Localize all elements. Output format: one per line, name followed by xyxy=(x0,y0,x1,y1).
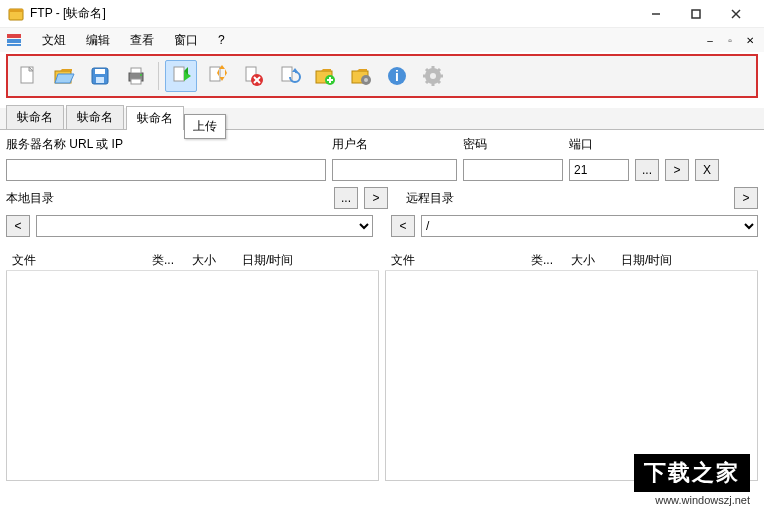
delete-button[interactable] xyxy=(237,60,269,92)
svg-rect-3 xyxy=(692,10,700,18)
password-label: 密码 xyxy=(463,136,563,153)
watermark: 下载之家 www.windowszj.net xyxy=(634,454,750,506)
svg-rect-7 xyxy=(7,39,21,43)
local-list-body[interactable] xyxy=(6,271,379,481)
svg-rect-19 xyxy=(131,79,141,84)
col-size[interactable]: 大小 xyxy=(186,252,236,269)
svg-text:i: i xyxy=(395,68,399,84)
folder-settings-button[interactable] xyxy=(345,60,377,92)
close-button[interactable] xyxy=(716,2,756,26)
local-back-button[interactable]: < xyxy=(6,215,30,237)
svg-line-53 xyxy=(426,80,429,83)
local-pane: 文件 类... 大小 日期/时间 xyxy=(6,249,379,481)
col-file[interactable]: 文件 xyxy=(6,252,146,269)
col-type-r[interactable]: 类... xyxy=(525,252,565,269)
col-size-r[interactable]: 大小 xyxy=(565,252,615,269)
remotedir-go-button[interactable]: > xyxy=(734,187,758,209)
minimize-button[interactable] xyxy=(636,2,676,26)
remotedir-label: 远程目录 xyxy=(406,190,728,207)
svg-rect-15 xyxy=(95,69,105,74)
svg-rect-16 xyxy=(96,77,104,83)
svg-rect-21 xyxy=(174,67,184,81)
svg-rect-18 xyxy=(131,68,141,73)
toolbar: i xyxy=(10,58,754,94)
connection-panel: 服务器名称 URL 或 IP 用户名 密码 端口 ... > X 本地目录 ..… xyxy=(0,130,764,249)
tab-0[interactable]: 蚨命名 xyxy=(6,105,64,129)
svg-point-20 xyxy=(140,74,142,76)
server-input[interactable] xyxy=(6,159,326,181)
tab-2[interactable]: 蚨命名 xyxy=(126,106,184,130)
user-label: 用户名 xyxy=(332,136,457,153)
menu-edit[interactable]: 编辑 xyxy=(76,30,120,51)
open-folder-button[interactable] xyxy=(48,60,80,92)
svg-line-51 xyxy=(437,80,440,83)
server-label: 服务器名称 URL 或 IP xyxy=(6,136,326,153)
window-title: FTP - [蚨命名] xyxy=(30,5,636,22)
remote-back-button[interactable]: < xyxy=(391,215,415,237)
disconnect-button[interactable]: X xyxy=(695,159,719,181)
localdir-browse-button[interactable]: ... xyxy=(334,187,358,209)
port-label: 端口 xyxy=(569,136,619,153)
remote-pane: 文件 类... 大小 日期/时间 xyxy=(385,249,758,481)
download-button[interactable] xyxy=(201,60,233,92)
svg-rect-6 xyxy=(7,34,21,38)
settings-button[interactable] xyxy=(417,60,449,92)
svg-line-52 xyxy=(437,69,440,72)
svg-point-41 xyxy=(364,78,368,82)
svg-marker-32 xyxy=(292,68,298,72)
remote-list-body[interactable] xyxy=(385,271,758,481)
menu-view[interactable]: 查看 xyxy=(120,30,164,51)
new-file-button[interactable] xyxy=(12,60,44,92)
port-input[interactable] xyxy=(569,159,629,181)
title-bar: FTP - [蚨命名] xyxy=(0,0,764,28)
browse-button[interactable]: ... xyxy=(635,159,659,181)
save-button[interactable] xyxy=(84,60,116,92)
info-button[interactable]: i xyxy=(381,60,413,92)
toolbar-highlight-box: i xyxy=(6,54,758,98)
svg-line-50 xyxy=(426,69,429,72)
upload-button[interactable] xyxy=(165,60,197,92)
menu-window[interactable]: 窗口 xyxy=(164,30,208,51)
remote-list-header: 文件 类... 大小 日期/时间 xyxy=(385,249,758,271)
menu-bar: 文俎 编辑 查看 窗口 ? – ▫ ✕ xyxy=(0,28,764,52)
localdir-label: 本地目录 xyxy=(6,190,328,207)
file-lists: 文件 类... 大小 日期/时间 文件 类... 大小 日期/时间 xyxy=(0,249,764,481)
svg-rect-1 xyxy=(9,9,23,12)
mdi-restore-icon[interactable]: ▫ xyxy=(722,33,738,47)
local-list-header: 文件 类... 大小 日期/时间 xyxy=(6,249,379,271)
print-button[interactable] xyxy=(120,60,152,92)
menu-icon xyxy=(6,32,22,48)
col-type[interactable]: 类... xyxy=(146,252,186,269)
refresh-button[interactable] xyxy=(273,60,305,92)
menu-file[interactable]: 文俎 xyxy=(32,30,76,51)
tab-1[interactable]: 蚨命名 xyxy=(66,105,124,129)
col-date[interactable]: 日期/时间 xyxy=(236,252,379,269)
upload-tooltip: 上传 xyxy=(184,114,226,139)
toolbar-separator xyxy=(158,62,159,90)
col-file-r[interactable]: 文件 xyxy=(385,252,525,269)
localdir-select[interactable] xyxy=(36,215,373,237)
watermark-url: www.windowszj.net xyxy=(634,494,750,506)
svg-point-45 xyxy=(430,73,436,79)
password-input[interactable] xyxy=(463,159,563,181)
localdir-go-button[interactable]: > xyxy=(364,187,388,209)
new-folder-button[interactable] xyxy=(309,60,341,92)
mdi-minimize-icon[interactable]: – xyxy=(702,33,718,47)
remotedir-select[interactable]: / xyxy=(421,215,758,237)
watermark-cn: 下载之家 xyxy=(634,454,750,492)
user-input[interactable] xyxy=(332,159,457,181)
document-tabs: 蚨命名 蚨命名 蚨命名 xyxy=(0,108,764,130)
menu-help[interactable]: ? xyxy=(208,31,235,49)
svg-rect-8 xyxy=(7,44,21,46)
maximize-button[interactable] xyxy=(676,2,716,26)
mdi-close-icon[interactable]: ✕ xyxy=(742,33,758,47)
connect-button[interactable]: > xyxy=(665,159,689,181)
app-icon xyxy=(8,6,24,22)
col-date-r[interactable]: 日期/时间 xyxy=(615,252,758,269)
